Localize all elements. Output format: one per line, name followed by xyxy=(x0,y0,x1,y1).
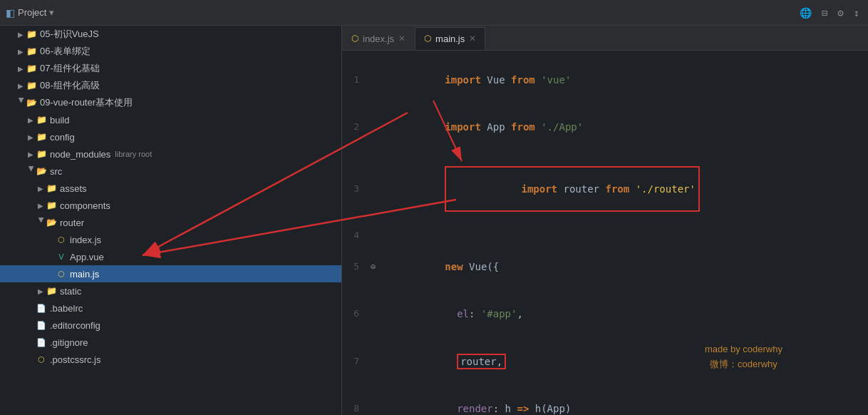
tab-index-js[interactable]: ⬡ index.js ✕ xyxy=(342,27,415,50)
folder-icon: 📁 xyxy=(36,114,47,125)
sidebar-item-index-js[interactable]: ⬡ index.js xyxy=(0,231,341,248)
sidebar-label: 06-表单绑定 xyxy=(40,45,91,58)
sidebar-label: .gitignore xyxy=(50,337,88,348)
sidebar-label: 09-vue-router基本使用 xyxy=(40,96,133,109)
title-bar-actions: 🌐 ⊟ ⚙ ↕ xyxy=(797,6,862,20)
sidebar-item-assets[interactable]: ▶ 📁 assets xyxy=(0,180,341,197)
folder-open-icon: 📂 xyxy=(26,97,37,108)
sidebar-label: static xyxy=(60,286,81,297)
sidebar-item-gitignore[interactable]: 📄 .gitignore xyxy=(0,334,341,351)
folder-open-icon: 📂 xyxy=(46,217,57,228)
line-content: new Vue({ xyxy=(382,243,868,290)
js-file-icon: ⬡ xyxy=(56,234,67,245)
sidebar-item-07[interactable]: ▶ 📁 07-组件化基础 xyxy=(0,60,341,77)
folder-icon: 📁 xyxy=(26,46,37,57)
arrow-icon: ▶ xyxy=(26,115,36,125)
line-content: router, xyxy=(382,337,868,385)
code-line-6: 6 el: '#app', xyxy=(342,290,868,337)
folder-icon: 📁 xyxy=(36,148,47,160)
sidebar-label: 08-组件化高级 xyxy=(40,79,100,92)
sidebar-item-config[interactable]: ▶ 📁 config xyxy=(0,128,341,145)
code-line-1: 1 import Vue from 'vue' xyxy=(342,56,868,103)
line-number: 6 xyxy=(342,306,371,322)
project-icon: ◧ xyxy=(6,7,15,19)
sidebar-item-editorconfig[interactable]: 📄 .editorconfig xyxy=(0,317,341,334)
tab-close-button[interactable]: ✕ xyxy=(398,34,405,43)
title-bar: ◧ Project ▾ 🌐 ⊟ ⚙ ↕ xyxy=(0,0,868,26)
sidebar-item-main-js[interactable]: ⬡ main.js xyxy=(0,265,341,282)
folder-icon: 📁 xyxy=(26,80,37,91)
filter-button[interactable]: ⊟ xyxy=(819,6,830,20)
sidebar-item-postcssrc[interactable]: ⬡ .postcssrc.js xyxy=(0,351,341,368)
code-line-3: 3 import router from './router' xyxy=(342,150,868,227)
sidebar-item-components[interactable]: ▶ 📁 components xyxy=(0,197,341,214)
tab-bar: ⬡ index.js ✕ ⬡ main.js ✕ xyxy=(342,26,868,51)
arrow-icon: ▶ xyxy=(36,200,46,210)
sidebar: ▶ 📁 05-初识VueJS ▶ 📁 06-表单绑定 ▶ 📁 07-组件化基础 … xyxy=(0,26,342,415)
code-line-4: 4 xyxy=(342,227,868,243)
tab-main-js[interactable]: ⬡ main.js ✕ xyxy=(415,27,485,50)
sidebar-item-build[interactable]: ▶ 📁 build xyxy=(0,111,341,128)
arrow-icon: ▶ xyxy=(36,183,46,193)
sidebar-label: router xyxy=(60,217,84,228)
line-number: 7 xyxy=(342,354,371,369)
arrow-icon: ▶ xyxy=(26,166,36,176)
spacer xyxy=(26,354,36,364)
sidebar-item-src[interactable]: ▶ 📂 src xyxy=(0,163,341,180)
sidebar-label: components xyxy=(60,200,110,211)
line-gutter: ⊖ xyxy=(371,259,382,275)
project-label: ◧ Project ▾ xyxy=(6,7,54,19)
arrow-icon: ▶ xyxy=(16,98,26,108)
folder-icon: 📁 xyxy=(26,63,37,74)
spacer xyxy=(26,320,36,330)
tab-label: main.js xyxy=(435,34,465,44)
expand-button[interactable]: ↕ xyxy=(851,6,862,20)
sidebar-label: .babelrc xyxy=(50,303,83,314)
js-file-icon: ⬡ xyxy=(56,268,67,280)
sidebar-label: src xyxy=(50,166,62,177)
tab-close-button[interactable]: ✕ xyxy=(469,34,476,43)
spacer xyxy=(46,252,56,262)
sidebar-label: .editorconfig xyxy=(50,320,100,331)
arrow-icon: ▶ xyxy=(16,63,26,73)
folder-icon: 📁 xyxy=(46,200,57,211)
sidebar-label: build xyxy=(50,115,69,125)
sidebar-label: main.js xyxy=(70,269,99,280)
config-file-icon: 📄 xyxy=(36,302,47,314)
sidebar-item-static[interactable]: ▶ 📁 static xyxy=(0,282,341,299)
sidebar-item-router[interactable]: ▶ 📂 router xyxy=(0,214,341,231)
code-line-2: 2 import App from './App' xyxy=(342,103,868,150)
line-number: 4 xyxy=(342,227,371,243)
editor-area: ⬡ index.js ✕ ⬡ main.js ✕ 1 import Vue fr… xyxy=(342,26,868,415)
code-line-8: 8 render: h => h(App) xyxy=(342,385,868,415)
tab-label: index.js xyxy=(363,34,394,44)
sidebar-item-babelrc[interactable]: 📄 .babelrc xyxy=(0,299,341,317)
arrow-icon: ▶ xyxy=(16,81,26,91)
js-file-icon: ⬡ xyxy=(36,354,47,365)
sidebar-item-node-modules[interactable]: ▶ 📁 node_modules library root xyxy=(0,145,341,163)
line-content: import Vue from 'vue' xyxy=(382,56,868,103)
sidebar-item-06[interactable]: ▶ 📁 06-表单绑定 xyxy=(0,43,341,60)
badge: library root xyxy=(115,150,152,158)
spacer xyxy=(46,269,56,279)
line-content: import App from './App' xyxy=(382,103,868,150)
arrow-icon: ▶ xyxy=(16,29,26,39)
sidebar-item-app-vue[interactable]: V App.vue xyxy=(0,248,341,265)
sidebar-label: 05-初识VueJS xyxy=(40,28,99,41)
arrow-icon: ▶ xyxy=(36,217,46,227)
sidebar-item-08[interactable]: ▶ 📁 08-组件化高级 xyxy=(0,77,341,94)
sidebar-item-09[interactable]: ▶ 📂 09-vue-router基本使用 xyxy=(0,94,341,111)
sidebar-item-05[interactable]: ▶ 📁 05-初识VueJS xyxy=(0,26,341,43)
globe-button[interactable]: 🌐 xyxy=(797,6,815,20)
line-number: 8 xyxy=(342,401,371,415)
line-content: render: h => h(App) xyxy=(382,385,868,415)
folder-icon: 📁 xyxy=(26,29,37,40)
sidebar-label: 07-组件化基础 xyxy=(40,62,100,75)
code-editor[interactable]: 1 import Vue from 'vue' 2 import App fro… xyxy=(342,51,868,415)
line-number: 5 xyxy=(342,259,371,275)
js-file-icon: ⬡ xyxy=(424,34,431,43)
arrow-icon: ▶ xyxy=(26,132,36,142)
line-number: 2 xyxy=(342,119,371,135)
line-content: import router from './router' xyxy=(382,150,868,227)
settings-button[interactable]: ⚙ xyxy=(835,6,846,20)
